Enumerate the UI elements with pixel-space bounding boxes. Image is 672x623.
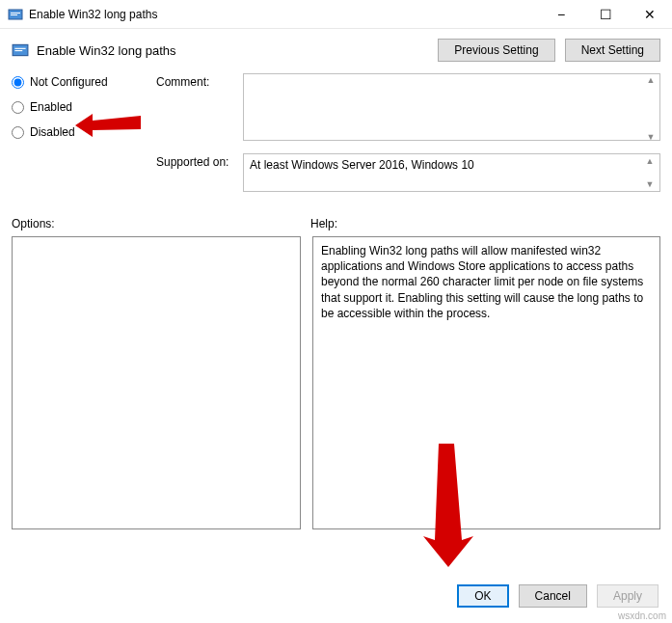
scroll-up-icon[interactable]: ▲ [642,156,658,166]
radio-enabled-input[interactable] [12,101,24,114]
maximize-button[interactable]: ☐ [583,0,628,28]
supported-on-text: At least Windows Server 2016, Windows 10 [250,158,474,172]
svg-rect-4 [14,48,25,49]
radio-group: Not Configured Enabled Disabled [12,73,137,202]
policy-title: Enable Win32 long paths [37,43,438,58]
supported-on-field: At least Windows Server 2016, Windows 10… [243,153,660,192]
radio-disabled[interactable]: Disabled [12,125,137,139]
help-panel: Enabling Win32 long paths will allow man… [312,236,660,529]
radio-disabled-label: Disabled [30,125,75,139]
svg-rect-5 [14,50,22,51]
cancel-button[interactable]: Cancel [519,584,587,608]
radio-not-configured-input[interactable] [12,76,24,89]
previous-setting-button[interactable]: Previous Setting [438,39,554,62]
ok-button[interactable]: OK [457,584,508,608]
dialog-footer: OK Cancel Apply [457,584,659,608]
svg-rect-1 [11,13,20,14]
watermark-text: wsxdn.com [618,610,666,621]
scroll-up-icon[interactable]: ▲ [643,75,659,85]
help-text: Enabling Win32 long paths will allow man… [321,244,643,320]
radio-enabled[interactable]: Enabled [12,100,137,114]
titlebar: Enable Win32 long paths − ☐ ✕ [0,0,672,29]
radio-not-configured-label: Not Configured [30,75,108,89]
supported-on-label: Supported on: [156,153,243,169]
radio-enabled-label: Enabled [30,100,72,114]
comment-textarea[interactable] [243,73,660,141]
radio-not-configured[interactable]: Not Configured [12,75,137,89]
close-button[interactable]: ✕ [628,0,672,28]
svg-rect-2 [11,14,17,15]
radio-disabled-input[interactable] [12,126,24,139]
window-controls: − ☐ ✕ [539,0,672,28]
policy-header-icon [12,41,29,59]
scroll-down-icon[interactable]: ▼ [643,132,659,142]
window-title: Enable Win32 long paths [29,8,539,21]
options-panel [12,236,301,529]
policy-icon [8,7,23,22]
options-label: Options: [12,217,310,230]
comment-label: Comment: [156,73,243,89]
apply-button[interactable]: Apply [597,584,659,608]
help-label: Help: [310,217,337,230]
header: Enable Win32 long paths Previous Setting… [0,29,672,68]
next-setting-button[interactable]: Next Setting [565,39,660,62]
scroll-down-icon[interactable]: ▼ [642,179,658,189]
minimize-button[interactable]: − [539,0,583,28]
